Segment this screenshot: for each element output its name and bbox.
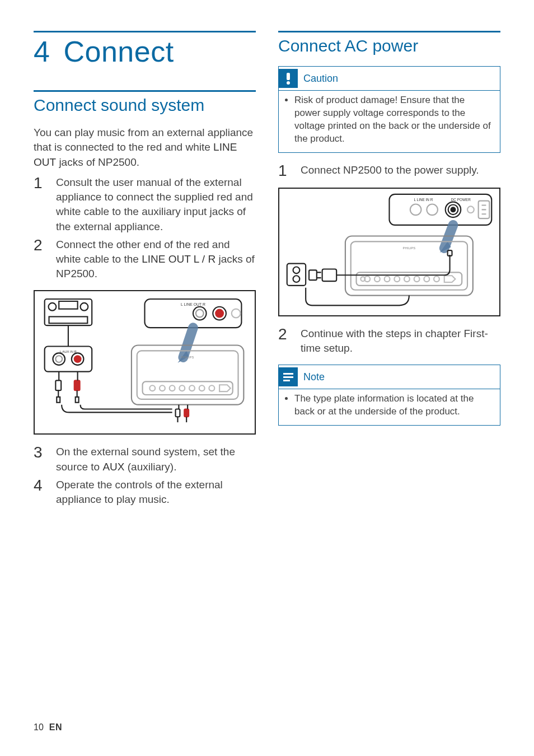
page-footer: 10EN <box>34 722 62 732</box>
caution-label: Caution <box>303 73 338 85</box>
label-auxin: L AUX IN R <box>60 351 77 354</box>
section-heading-power: Connect AC power <box>278 36 500 56</box>
svg-point-31 <box>199 386 205 391</box>
caution-box: Caution Risk of product damage! Ensure t… <box>278 66 500 153</box>
steps-list-right-b: 2 Continue with the steps in chapter Fir… <box>278 326 500 356</box>
svg-point-52 <box>374 276 380 282</box>
svg-point-58 <box>434 276 439 282</box>
svg-point-54 <box>394 276 400 282</box>
step-text: Operate the controls of the external app… <box>56 478 256 507</box>
label-brand: PHILIPS <box>181 356 194 359</box>
page-lang: EN <box>49 722 62 732</box>
section-rule-left <box>34 90 256 92</box>
step-3: 3 On the external sound system, set the … <box>34 445 256 474</box>
chapter-heading: 4Connect <box>34 36 256 68</box>
label-dcpower: DC POWER <box>451 197 471 201</box>
step-number: 1 <box>34 175 46 234</box>
svg-rect-48 <box>345 236 473 295</box>
note-label: Note <box>303 371 325 383</box>
diagram-lineout: L LINE OUT R L AUX IN R PHILIPS <box>34 290 256 435</box>
svg-point-2 <box>81 303 88 311</box>
note-head: Note <box>279 365 500 389</box>
svg-point-20 <box>216 310 223 318</box>
svg-rect-63 <box>309 270 317 280</box>
steps-list-left-a: 1 Consult the user manual of the externa… <box>34 175 256 282</box>
svg-point-57 <box>424 276 429 282</box>
step-1: 1 Consult the user manual of the externa… <box>34 175 256 234</box>
left-column: 4Connect Connect sound system You can pl… <box>34 31 256 516</box>
note-body: The type plate information is located at… <box>279 389 500 425</box>
step-r1: 1 Connect NP2500 to the power supply. <box>278 163 500 179</box>
svg-rect-13 <box>74 381 80 391</box>
svg-point-26 <box>149 386 155 391</box>
svg-point-18 <box>196 310 204 318</box>
label-linein: L LINE IN R <box>414 197 433 201</box>
label-brand-2: PHILIPS <box>403 246 416 250</box>
svg-point-30 <box>189 386 195 391</box>
svg-rect-64 <box>322 269 337 281</box>
chapter-title: Connect <box>63 35 174 68</box>
step2-b: LINE OUT L / R <box>142 253 216 265</box>
svg-rect-68 <box>283 380 290 381</box>
note-box: Note The type plate information is locat… <box>278 365 500 426</box>
diagram-lineout-svg: L LINE OUT R L AUX IN R PHILIPS <box>35 291 255 433</box>
section-rule-right <box>278 31 500 32</box>
svg-rect-66 <box>283 373 293 375</box>
intro-paragraph: You can play music from an external appl… <box>34 125 256 170</box>
step-number: 3 <box>34 445 46 474</box>
svg-point-55 <box>404 276 410 282</box>
step-text: On the external sound system, set the so… <box>56 445 256 474</box>
caution-body: Risk of product damage! Ensure that the … <box>279 90 500 152</box>
chapter-number: 4 <box>34 36 50 68</box>
svg-rect-35 <box>184 409 189 417</box>
step3-b: AUX <box>102 461 124 473</box>
svg-rect-10 <box>55 381 61 391</box>
step-number: 2 <box>34 237 46 282</box>
svg-rect-3 <box>59 301 77 309</box>
step-r2: 2 Continue with the steps in chapter Fir… <box>278 326 500 356</box>
page-number: 10 <box>34 722 44 732</box>
diagram-power-svg: L LINE IN R DC POWER PHILIPS <box>279 189 499 315</box>
right-column: Connect AC power Caution Risk of product… <box>278 31 500 516</box>
svg-point-29 <box>179 386 185 391</box>
caution-text: Risk of product damage! Ensure that the … <box>294 94 493 146</box>
svg-point-44 <box>451 207 456 212</box>
section-heading-sound: Connect sound system <box>34 95 256 115</box>
intro-text-c: jacks of NP2500. <box>56 156 139 168</box>
svg-point-9 <box>74 356 81 363</box>
label-lineout: L LINE OUT R <box>181 302 205 306</box>
step3-c: (auxiliary). <box>125 461 177 473</box>
chapter-rule <box>34 31 256 32</box>
svg-rect-15 <box>76 397 79 403</box>
step-number: 2 <box>278 326 291 356</box>
step-text: Continue with the steps in chapter First… <box>301 326 500 356</box>
svg-point-56 <box>414 276 420 282</box>
step-text: Connect the other end of the red and whi… <box>56 237 256 282</box>
svg-point-32 <box>209 386 214 391</box>
svg-rect-67 <box>283 376 293 378</box>
step-4: 4 Operate the controls of the external a… <box>34 478 256 507</box>
caution-head: Caution <box>279 67 500 90</box>
svg-rect-39 <box>390 194 492 225</box>
step-text: Consult the user manual of the external … <box>56 175 256 234</box>
svg-point-61 <box>293 267 300 273</box>
step-2: 2 Connect the other end of the red and w… <box>34 237 256 282</box>
svg-rect-12 <box>57 397 60 403</box>
svg-rect-33 <box>176 409 180 417</box>
svg-point-7 <box>55 356 62 363</box>
svg-point-62 <box>293 276 300 282</box>
svg-point-38 <box>287 81 290 85</box>
svg-point-28 <box>170 386 175 391</box>
svg-point-27 <box>160 386 165 391</box>
svg-rect-37 <box>287 73 290 80</box>
caution-icon <box>279 69 298 88</box>
steps-list-right-a: 1 Connect NP2500 to the power supply. <box>278 163 500 179</box>
step-text: Connect NP2500 to the power supply. <box>301 163 479 179</box>
step-number: 4 <box>34 478 46 507</box>
steps-list-left-b: 3 On the external sound system, set the … <box>34 445 256 507</box>
note-text: The type plate information is located at… <box>294 393 493 418</box>
svg-point-1 <box>49 303 57 311</box>
svg-point-53 <box>385 276 390 282</box>
diagram-power: L LINE IN R DC POWER PHILIPS <box>278 188 500 316</box>
svg-rect-4 <box>49 317 88 324</box>
